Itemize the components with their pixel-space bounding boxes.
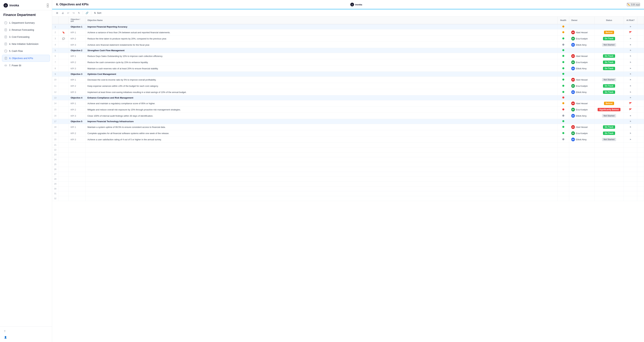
- nav-item-label: 1. Department Summary: [9, 21, 35, 24]
- sidebar-item-cost-forecasting[interactable]: 3. Cost Forecasting: [2, 33, 50, 40]
- sort-button[interactable]: ⇅ Sort: [92, 11, 103, 15]
- owner-avatar: AH: [571, 30, 575, 34]
- status-cell: Not Started: [594, 42, 624, 48]
- edit-label: Edit app: [631, 3, 640, 6]
- owner-name: Elliott Almy: [576, 44, 587, 46]
- health-cell: [558, 130, 569, 137]
- owner-col: EK Ena Koelpin: [569, 36, 594, 42]
- obj-kpi-cell: Objective 2: [68, 48, 86, 53]
- extra-cell: [637, 42, 644, 48]
- at-risk-cell: ⚑: [624, 65, 637, 72]
- status-badge: On Track: [603, 37, 615, 40]
- refresh-button[interactable]: ↻: [77, 11, 81, 15]
- user-button[interactable]: 👤: [2, 335, 50, 340]
- help-button[interactable]: ?: [2, 329, 50, 334]
- edit-app-button[interactable]: ✏️ Edit app: [627, 3, 640, 6]
- at-risk-cell: ⚑: [624, 24, 637, 29]
- name-cell: Enhance Compliance and Risk Management: [86, 95, 558, 100]
- sidebar-item-objectives-kpis[interactable]: 6. Objectives and KPIs: [2, 55, 50, 62]
- sidebar-nav: 1. Department Summary 2. Revenue Forecas…: [0, 19, 52, 326]
- table-row: 28: [52, 177, 644, 181]
- obj-kpi-cell: Objective 1: [68, 24, 86, 29]
- sidebar-item-new-initiative[interactable]: 4. New Initiative Submission: [2, 41, 50, 47]
- row-icons-cell: [58, 119, 68, 124]
- row-icons-cell: [58, 89, 68, 95]
- sidebar-item-power-bi[interactable]: 7. Power BI: [2, 62, 50, 69]
- row-num: 20: [52, 137, 58, 143]
- col-header-icons: [58, 17, 68, 24]
- grid-view-button[interactable]: ⊞: [55, 11, 60, 15]
- nav-item-label: 4. New Initiative Submission: [9, 43, 38, 45]
- owner-col: [569, 72, 594, 77]
- owner-col: AH Abel Hessel: [569, 53, 594, 59]
- table-body: 1 Objective 1 Improve Financial Reportin…: [52, 24, 644, 201]
- status-cell: Behind: [594, 29, 624, 36]
- pin-icon: ⚑: [630, 126, 632, 128]
- link-button[interactable]: 🔗: [84, 11, 90, 15]
- sidebar-collapse-button[interactable]: ‹: [47, 3, 48, 7]
- sidebar-item-cash-flow[interactable]: 5. Cash Flow: [2, 48, 50, 54]
- nav-item-label: 3. Cost Forecasting: [9, 36, 30, 38]
- table-row: 23: [52, 152, 644, 157]
- health-cell: [558, 24, 569, 29]
- status-cell: On Track: [594, 83, 624, 89]
- obj-kpi-cell: KPI 1: [68, 77, 86, 83]
- owner-cell: EK Ena Koelpin: [571, 37, 592, 40]
- pin-icon: ⚑: [630, 91, 632, 93]
- name-cell: Achieve a user satisfaction rating of 4 …: [86, 137, 558, 143]
- table-row: 16 KPI 3 Close 100% of internal audit fi…: [52, 113, 644, 119]
- at-risk-cell: ⚑: [624, 53, 637, 59]
- row-num: 6: [52, 53, 58, 59]
- pin-icon: ⚑: [630, 97, 632, 99]
- table-header-row: Objective / KPI Objective Name Health Ow…: [52, 17, 644, 24]
- owner-col: EA Elliott Almy: [569, 42, 594, 48]
- sidebar-logo: ⬡ invoka: [3, 3, 19, 8]
- status-badge: On Track: [603, 54, 615, 58]
- sidebar-item-revenue-forecasting[interactable]: 2. Revenue Forecasting: [2, 26, 50, 33]
- page-title: 6. Objectives and KPIs: [56, 3, 88, 6]
- table-row: 11 KPI 2 Keep expense variances within ±…: [52, 83, 644, 89]
- nav-icon: [4, 42, 8, 46]
- table-row: 26: [52, 167, 644, 172]
- row-icons-cell: [58, 83, 68, 89]
- health-dot: [562, 79, 564, 81]
- owner-avatar: AH: [571, 102, 575, 105]
- name-cell: Reduce the time taken to produce reports…: [86, 36, 558, 42]
- status-cell: [594, 24, 624, 29]
- nav-item-label: 2. Revenue Forecasting: [9, 28, 34, 31]
- owner-name: Abel Hessel: [576, 31, 588, 34]
- undo-button[interactable]: ↩: [66, 11, 70, 15]
- obj-kpi-cell: KPI 3: [68, 89, 86, 95]
- print-button[interactable]: 🖨: [60, 11, 65, 15]
- status-badge: On Track: [603, 67, 615, 70]
- table-row: 7 KPI 2 Reduce the cash conversion cycle…: [52, 59, 644, 65]
- status-badge: Not Started: [602, 138, 616, 141]
- invoka-logo-icon: ⬡: [3, 3, 8, 8]
- table-area[interactable]: Objective / KPI Objective Name Health Ow…: [52, 17, 644, 342]
- health-dot: [562, 49, 564, 51]
- owner-cell: EA Elliott Almy: [571, 90, 592, 94]
- sidebar-title: Finance Department: [0, 10, 52, 19]
- health-dot: [562, 67, 564, 69]
- owner-col: AH Abel Hessel: [569, 100, 594, 107]
- owner-cell: EA Elliott Almy: [571, 114, 592, 118]
- owner-avatar: EA: [571, 43, 575, 47]
- row-num: 25: [52, 162, 58, 167]
- sidebar-item-dept-summary[interactable]: 1. Department Summary: [2, 19, 50, 26]
- redo-button[interactable]: ↪: [71, 11, 76, 15]
- health-cell: [558, 65, 569, 72]
- row-num: 8: [52, 65, 58, 72]
- owner-name: Abel Hessel: [576, 126, 588, 128]
- at-risk-cell: ⚑: [624, 89, 637, 95]
- owner-col: EK Ena Koelpin: [569, 83, 594, 89]
- extra-cell: [637, 29, 644, 36]
- row-icons-cell: [58, 130, 68, 137]
- row-icons-cell: 💬: [58, 36, 68, 42]
- status-cell: [594, 72, 624, 77]
- pin-icon: ⚑: [630, 79, 632, 81]
- row-num: 15: [52, 107, 58, 113]
- nav-icon: [4, 28, 8, 31]
- health-dot: [562, 31, 564, 33]
- nav-icon: [4, 57, 8, 60]
- status-badge: Significantly Behind: [598, 108, 620, 111]
